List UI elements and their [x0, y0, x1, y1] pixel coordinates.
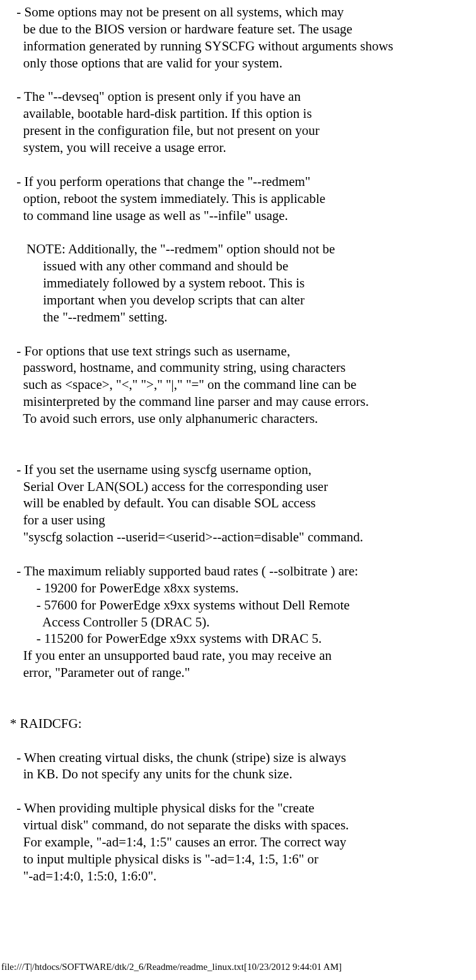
page-footer-path: file:///T|/htdocs/SOFTWARE/dtk/2_6/Readm…: [1, 962, 342, 972]
document-page: - Some options may not be present on all…: [0, 0, 476, 980]
readme-body: - Some options may not be present on all…: [0, 4, 476, 885]
